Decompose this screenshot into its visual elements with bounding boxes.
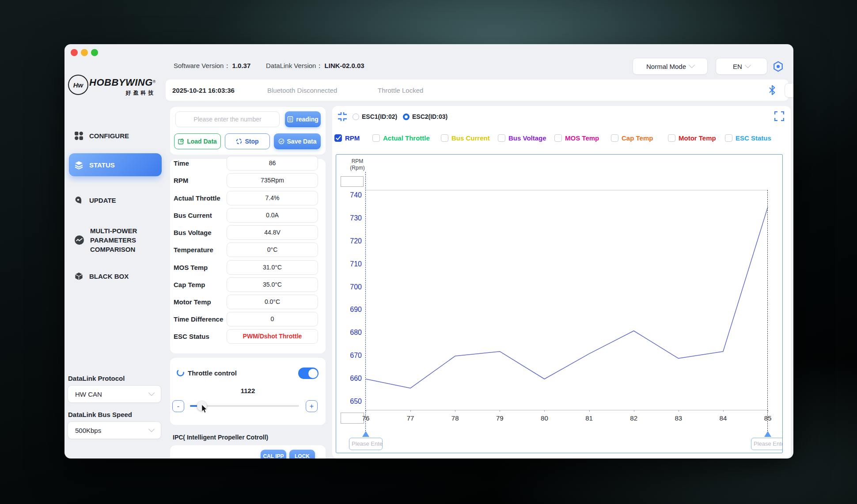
field-label: Temperature <box>174 246 213 254</box>
series-toggle-actual-throttle[interactable]: Actual Throttle <box>372 134 430 142</box>
throttle-toggle[interactable] <box>298 368 319 379</box>
language-select[interactable]: EN <box>716 58 767 75</box>
sidebar-item-label: CONFIGURE <box>89 131 129 140</box>
checkbox[interactable] <box>611 134 618 142</box>
series-toggle-label: Bus Voltage <box>508 134 546 142</box>
x-tick-mark <box>679 410 679 412</box>
mode-select-value: Normal Mode <box>646 63 686 70</box>
checkbox[interactable] <box>372 134 380 142</box>
zoom-window-button[interactable] <box>91 49 98 56</box>
mode-select[interactable]: Normal Mode <box>633 58 708 75</box>
x-tick-mark <box>589 410 590 412</box>
sidebar-item-configure[interactable]: CONFIGURE <box>69 129 162 142</box>
checkbox[interactable] <box>668 134 675 142</box>
cursor-position-input[interactable]: Please Enter <box>751 438 783 450</box>
esc-status-value: PWM/Dshot Throttle <box>227 329 318 344</box>
esc2-radio-label: ESC2(ID:03) <box>412 113 447 120</box>
cursor-position-input[interactable]: Please Enter <box>349 438 383 450</box>
collapse-icon[interactable] <box>337 112 347 121</box>
series-toggle-bus-current[interactable]: Bus Current <box>441 134 490 142</box>
minimize-window-button[interactable] <box>81 49 88 56</box>
save-data-label: Save Data <box>287 138 317 145</box>
datalink-protocol-select[interactable]: HW CAN <box>68 385 161 403</box>
chevron-down-icon <box>148 426 155 432</box>
series-toggle-rpm[interactable]: RPM <box>334 134 360 142</box>
datalink-protocol-value: HW CAN <box>75 390 102 398</box>
esc1-radio-group[interactable]: ESC1(ID:02) <box>353 113 397 120</box>
sidebar-item-multi-power[interactable]: MULTI-POWER PARAMETERS COMPARISON <box>69 226 162 254</box>
chevron-down-icon <box>148 390 155 396</box>
series-toggle-esc-status[interactable]: ESC Status <box>725 134 771 142</box>
map-pin-icon <box>74 196 83 205</box>
cal-ipp-button[interactable]: CAL IPP <box>261 450 286 459</box>
checkbox[interactable] <box>441 134 448 142</box>
series-toggle-label: Actual Throttle <box>383 134 430 142</box>
throttle-plus-button[interactable]: + <box>306 400 318 412</box>
checkbox[interactable] <box>725 134 732 142</box>
close-window-button[interactable] <box>71 49 78 56</box>
field-label: MOS Temp <box>174 264 208 271</box>
edit-icon <box>178 138 184 144</box>
x-tick-mark <box>500 410 500 412</box>
sidebar-item-update[interactable]: UPDATE <box>69 193 162 207</box>
esc1-radio[interactable] <box>353 114 359 120</box>
reading-button-label: reading <box>296 116 319 123</box>
series-toggle-label: Bus Current <box>451 134 490 142</box>
field-label: Actual Throttle <box>174 194 220 202</box>
document-icon <box>287 116 293 122</box>
bus-type-select[interactable]: CAN <box>785 83 793 98</box>
language-select-value: EN <box>733 63 742 70</box>
x-tick-mark <box>455 410 455 412</box>
series-toggle-cap-temp[interactable]: Cap Temp <box>611 134 653 142</box>
field-value: 44.8V <box>227 225 318 240</box>
chart-cursor-line[interactable] <box>365 172 366 431</box>
sidebar-item-black-box[interactable]: BLACK BOX <box>69 269 162 283</box>
chart-cursor-handle[interactable] <box>362 431 369 437</box>
chart-cursor-line[interactable] <box>767 190 768 431</box>
load-data-button[interactable]: Load Data <box>174 133 221 149</box>
chart-cursor-handle[interactable] <box>764 431 771 437</box>
fullscreen-icon[interactable] <box>774 111 784 121</box>
field-value: 0.0°C <box>227 295 318 309</box>
series-toggle-label: MOS Temp <box>565 134 599 142</box>
software-version: Software Version： 1.0.37 <box>174 62 250 70</box>
ipc-section-title: IPC( Intelligent Propeller Cotroll) <box>173 434 268 441</box>
throttle-control-title: Throttle control <box>188 369 237 377</box>
settings-gear-icon[interactable] <box>772 61 784 72</box>
series-toggle-motor-temp[interactable]: Motor Temp <box>668 134 716 142</box>
throttle-minus-button[interactable]: - <box>172 400 184 412</box>
checkbox[interactable] <box>554 134 562 142</box>
x-tick-mark <box>366 410 366 412</box>
esc2-radio[interactable] <box>403 114 410 120</box>
x-tick-label: 79 <box>491 414 508 422</box>
field-value: 0°C <box>227 243 318 257</box>
field-label: Bus Voltage <box>174 229 212 236</box>
brand-emblem: Hw <box>68 75 88 95</box>
bluetooth-icon[interactable] <box>766 84 778 96</box>
esc2-radio-group[interactable]: ESC2(ID:03) <box>403 113 447 120</box>
brand-logo: HOBBYWING® 好盈科技 <box>89 77 155 97</box>
status-bar: 2025-10-21 16:03:36 Bluetooth Disconnect… <box>166 80 789 101</box>
x-tick-label: 76 <box>357 414 375 422</box>
series-toggle-label: Motor Temp <box>679 134 716 142</box>
checkbox[interactable] <box>498 134 505 142</box>
bus-speed-select[interactable]: 500Kbps <box>68 421 161 439</box>
stop-button[interactable]: Stop <box>225 133 270 149</box>
lock-button[interactable]: LOCK <box>289 450 315 459</box>
telemetry-card: Time 86 RPM 735Rpm Actual Throttle 7.4% … <box>170 159 326 353</box>
chevron-down-icon <box>745 62 751 68</box>
software-version-value: 1.0.37 <box>232 62 251 69</box>
series-toggle-mos-temp[interactable]: MOS Temp <box>554 134 599 142</box>
rpm-chart: RPM (Rpm) 650660670680690700710720730740… <box>336 154 783 453</box>
series-toggle-bus-voltage[interactable]: Bus Voltage <box>498 134 546 142</box>
checkbox[interactable] <box>334 134 342 142</box>
field-label: Cap Temp <box>174 281 205 288</box>
save-data-button[interactable]: Save Data <box>274 133 321 149</box>
brand-reg-mark: ® <box>153 80 156 84</box>
field-label: Time <box>174 159 189 167</box>
layers-icon <box>74 160 83 170</box>
brand-emblem-text: Hw <box>73 81 83 89</box>
sidebar-item-status[interactable]: STATUS <box>69 153 162 176</box>
reading-button[interactable]: reading <box>285 111 321 127</box>
number-input[interactable] <box>175 111 280 127</box>
